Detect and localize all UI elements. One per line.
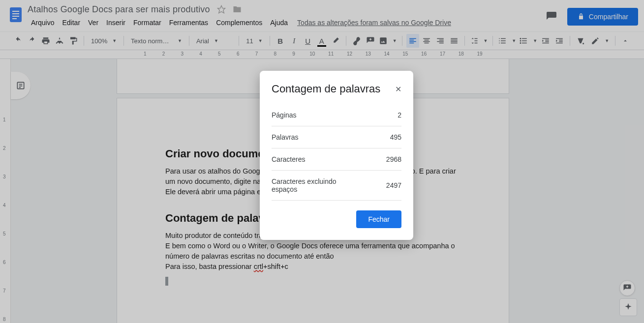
stat-chars-nospace: Caracteres excluindo espaços 2497 — [272, 171, 401, 201]
stat-label: Palavras — [272, 133, 298, 141]
stat-label: Caracteres — [272, 155, 305, 163]
stat-value: 2497 — [386, 181, 401, 189]
stat-label: Páginas — [272, 111, 297, 119]
stat-value: 2968 — [386, 155, 401, 163]
stat-pages: Páginas 2 — [272, 104, 401, 126]
stat-value: 2 — [398, 111, 401, 119]
dialog-title: Contagem de palavras — [272, 83, 380, 95]
close-icon[interactable]: ✕ — [395, 85, 401, 94]
word-count-dialog: Contagem de palavras ✕ Páginas 2 Palavra… — [260, 71, 413, 240]
stat-value: 495 — [390, 133, 401, 141]
close-button[interactable]: Fechar — [356, 210, 401, 228]
stat-words: Palavras 495 — [272, 126, 401, 148]
stat-label: Caracteres excluindo espaços — [272, 177, 355, 193]
stat-chars: Caracteres 2968 — [272, 148, 401, 171]
